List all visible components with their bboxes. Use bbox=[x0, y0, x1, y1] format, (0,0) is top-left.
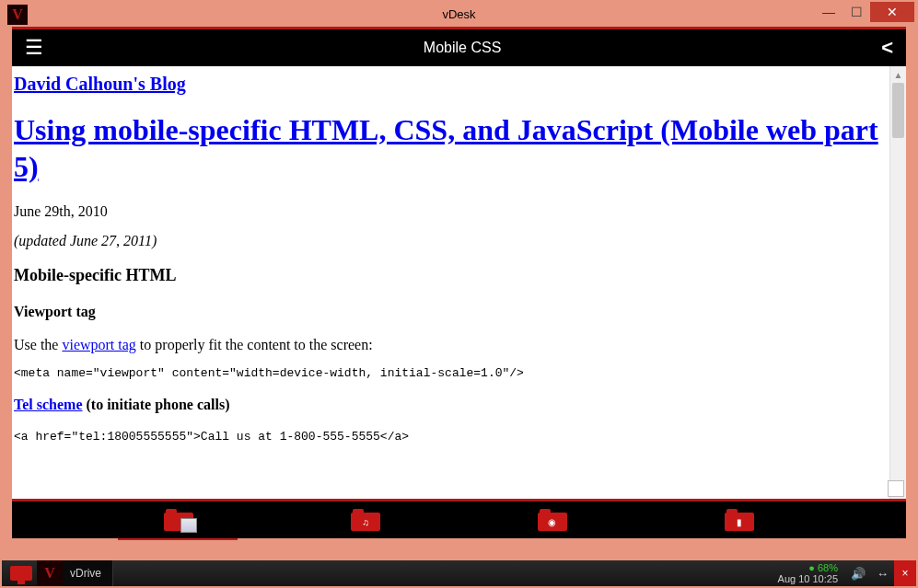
app-body: ☰ Mobile CSS < David Calhoun's Blog Usin… bbox=[12, 27, 906, 538]
code-block-viewport: <meta name="viewport" content="width=dev… bbox=[12, 366, 889, 380]
maximize-button[interactable]: ☐ bbox=[842, 2, 870, 22]
docs-overlay-icon bbox=[180, 518, 197, 533]
minimize-button[interactable]: — bbox=[815, 2, 842, 22]
app-icon: V bbox=[7, 5, 28, 25]
taskbar-show-desktop[interactable] bbox=[6, 562, 37, 584]
close-button[interactable]: ✕ bbox=[870, 2, 914, 22]
viewport-paragraph: Use the viewport tag to properly fit the… bbox=[12, 337, 889, 353]
viewport-link[interactable]: viewport tag bbox=[62, 337, 135, 352]
battery-percent: 68% bbox=[818, 562, 838, 573]
text-span: Use the bbox=[14, 337, 62, 352]
fullscreen-toggle-icon[interactable]: ↔ bbox=[877, 567, 889, 581]
folder-music[interactable]: ♫ bbox=[351, 509, 380, 531]
taskbar-app-icon: V bbox=[37, 560, 63, 586]
scroll-up-arrow[interactable]: ▲ bbox=[890, 66, 906, 83]
taskbar-app-label: vDrive bbox=[70, 567, 101, 580]
back-button[interactable]: < bbox=[881, 36, 893, 60]
resize-grip[interactable] bbox=[888, 480, 904, 497]
app-footer: ♫ ◉ ▮ bbox=[12, 502, 906, 538]
window-frame: V vDesk — ☐ ✕ ☰ Mobile CSS < David Calho… bbox=[0, 0, 918, 588]
window-title: vDesk bbox=[442, 7, 475, 21]
app-header: ☰ Mobile CSS < bbox=[12, 29, 906, 66]
tel-scheme-link[interactable]: Tel scheme bbox=[14, 397, 83, 412]
folder-documents[interactable] bbox=[164, 509, 193, 531]
taskbar-app-vdrive[interactable]: V vDrive bbox=[37, 560, 113, 586]
scrollbar-thumb[interactable] bbox=[892, 83, 904, 138]
monitor-icon bbox=[10, 566, 32, 581]
blog-link[interactable]: David Calhoun's Blog bbox=[14, 74, 186, 94]
article-title-link[interactable]: Using mobile-specific HTML, CSS, and Jav… bbox=[14, 113, 878, 183]
section-heading: Mobile-specific HTML bbox=[12, 266, 889, 285]
article-updated: (updated June 27, 2011) bbox=[12, 233, 889, 249]
volume-icon[interactable]: 🔊 bbox=[851, 567, 866, 581]
code-block-tel: <a href="tel:18005555555">Call us at 1-8… bbox=[12, 430, 889, 444]
taskbar-datetime: Aug 10 10:25 bbox=[778, 573, 838, 584]
subsection-heading-viewport: Viewport tag bbox=[12, 304, 889, 320]
battery-status: ● 68% bbox=[808, 562, 838, 573]
menu-icon[interactable]: ☰ bbox=[25, 36, 43, 60]
taskbar-status: ● 68% Aug 10 10:25 bbox=[778, 562, 838, 584]
video-icon: ▮ bbox=[737, 517, 742, 527]
blog-heading: David Calhoun's Blog bbox=[12, 74, 889, 95]
text-span: (to initiate phone calls) bbox=[83, 397, 230, 412]
taskbar-close-button[interactable]: × bbox=[894, 560, 916, 586]
window-controls: — ☐ ✕ bbox=[815, 2, 914, 22]
article-date: June 29th, 2010 bbox=[12, 203, 889, 220]
taskbar: V vDrive ● 68% Aug 10 10:25 🔊 ↔ × bbox=[2, 560, 916, 586]
folder-videos[interactable]: ▮ bbox=[725, 509, 754, 531]
content-area: David Calhoun's Blog Using mobile-specif… bbox=[12, 66, 906, 499]
text-span: to properly fit the content to the scree… bbox=[136, 337, 373, 352]
article-heading: Using mobile-specific HTML, CSS, and Jav… bbox=[12, 111, 889, 185]
content-scroll[interactable]: David Calhoun's Blog Using mobile-specif… bbox=[12, 66, 889, 499]
subsection-heading-tel: Tel scheme (to initiate phone calls) bbox=[12, 397, 889, 413]
folder-photos[interactable]: ◉ bbox=[538, 509, 567, 531]
camera-icon: ◉ bbox=[548, 517, 556, 527]
scrollbar[interactable]: ▲ ▼ bbox=[889, 66, 906, 499]
music-icon: ♫ bbox=[362, 517, 369, 527]
title-bar: V vDesk — ☐ ✕ bbox=[2, 2, 916, 27]
page-title: Mobile CSS bbox=[424, 40, 501, 56]
